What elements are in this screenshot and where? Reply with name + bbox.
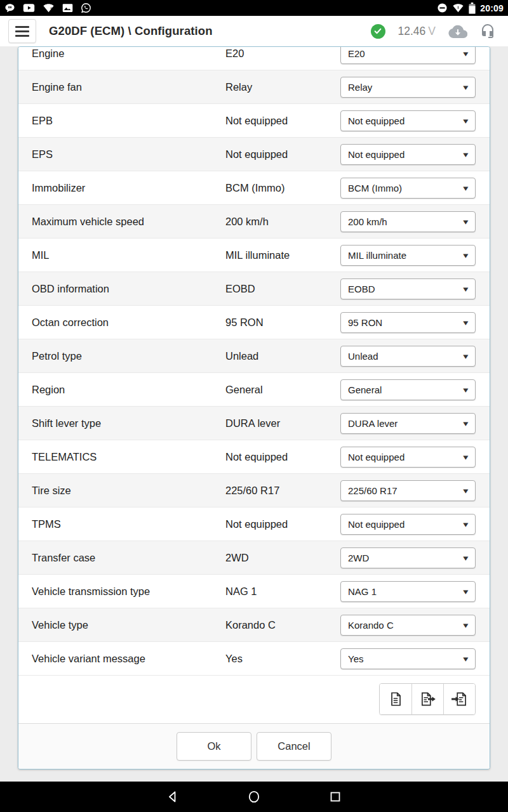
chevron-down-icon: ▾ [464,419,469,428]
dropdown-selected-value: 95 RON [348,317,464,328]
config-dropdown[interactable]: Not equipped ▾ [340,447,476,468]
config-dropdown[interactable]: Unlead ▾ [340,346,476,367]
import-file-icon[interactable] [443,684,475,714]
chevron-down-icon: ▾ [464,520,469,528]
config-dropdown[interactable]: NAG 1 ▾ [340,581,476,602]
config-value: 200 km/h [225,216,340,228]
chevron-down-icon: ▾ [464,117,469,125]
chevron-down-icon: ▾ [464,83,469,91]
config-row: EPS Not equipped Not equipped ▾ [18,138,490,171]
config-value: E20 [225,48,340,60]
chevron-down-icon: ▾ [464,587,469,596]
breadcrumb-title: G20DF (ECM) \ Configuration [49,24,213,38]
config-dropdown[interactable]: E20 ▾ [340,46,476,64]
config-row: MIL MIL illuminate MIL illuminate ▾ [18,239,490,272]
battery-icon [469,3,476,13]
dropdown-selected-value: Yes [348,653,464,664]
dropdown-selected-value: MIL illuminate [348,250,464,261]
config-label: Tire size [18,485,225,497]
recents-icon[interactable] [326,788,344,806]
screenshot-icon [62,3,73,13]
config-row: TPMS Not equipped Not equipped ▾ [18,508,490,541]
config-value: Unlead [225,350,340,362]
dropdown-selected-value: DURA lever [348,418,464,429]
chevron-down-icon: ▾ [464,49,469,58]
chevron-down-icon: ▾ [464,386,469,394]
back-icon[interactable] [164,788,182,806]
config-value: Not equipped [225,115,340,127]
config-label: Shift lever type [18,417,225,429]
config-dropdown[interactable]: 200 km/h ▾ [340,211,476,232]
chevron-down-icon: ▾ [464,285,469,293]
config-value: Yes [225,653,340,665]
dropdown-selected-value: NAG 1 [348,586,464,597]
wifi-icon [452,3,464,13]
headset-icon[interactable] [480,23,495,39]
config-label: Vehicle type [18,619,225,631]
cloud-download-icon[interactable] [448,24,467,38]
config-value: 2WD [225,552,340,564]
chevron-down-icon: ▾ [464,655,469,663]
dropdown-selected-value: 200 km/h [348,216,464,227]
config-label: EPS [18,148,225,160]
config-dropdown[interactable]: Yes ▾ [340,648,476,669]
config-label: Vehicle variant message [18,653,225,665]
config-value: MIL illuminate [225,249,340,261]
config-value: DURA lever [225,417,340,429]
ok-button[interactable]: Ok [177,732,251,761]
config-row: OBD information EOBD EOBD ▾ [18,272,490,306]
config-row: Engine fan Relay Relay ▾ [18,70,490,104]
config-dropdown[interactable]: General ▾ [340,379,476,400]
home-icon[interactable] [245,788,263,806]
config-dropdown[interactable]: Not equipped ▾ [340,514,476,535]
document-icon[interactable] [380,684,411,714]
config-dropdown[interactable]: 225/60 R17 ▾ [340,480,476,501]
dropdown-selected-value: 225/60 R17 [348,485,464,496]
config-label: TELEMATICS [18,451,225,463]
config-dropdown[interactable]: 2WD ▾ [340,547,476,568]
chevron-down-icon: ▾ [464,621,469,629]
config-dropdown[interactable]: Korando C ▾ [340,615,476,636]
config-row: Vehicle variant message Yes Yes ▾ [18,642,490,676]
config-dropdown[interactable]: Not equipped ▾ [340,110,476,131]
youtube-icon [23,3,35,13]
hamburger-menu-button[interactable] [8,19,36,43]
chevron-down-icon: ▾ [464,352,469,360]
clock: 20:09 [480,3,504,13]
config-label: MIL [18,249,225,261]
chat-notification-icon [4,3,15,13]
config-dropdown[interactable]: EOBD ▾ [340,278,476,299]
export-file-icon[interactable] [411,684,443,714]
config-row: TELEMATICS Not equipped Not equipped ▾ [18,440,490,474]
chevron-down-icon: ▾ [464,487,469,495]
config-value: General [225,384,340,396]
config-dropdown[interactable]: 95 RON ▾ [340,312,476,333]
dropdown-selected-value: EOBD [348,284,464,294]
config-value: Not equipped [225,148,340,160]
dropdown-selected-value: Not equipped [348,519,464,530]
config-row: Shift lever type DURA lever DURA lever ▾ [18,407,490,440]
chevron-down-icon: ▾ [464,554,469,562]
do-not-disturb-icon [437,3,448,13]
config-dropdown[interactable]: BCM (Immo) ▾ [340,178,476,199]
cancel-button[interactable]: Cancel [257,732,331,761]
config-label: Vehicle transmission type [18,586,225,598]
config-dropdown[interactable]: Not equipped ▾ [340,144,476,165]
chevron-down-icon: ▾ [464,318,469,327]
config-row: Region General General ▾ [18,373,490,407]
dialog-footer: Ok Cancel [18,724,490,769]
config-dropdown[interactable]: MIL illuminate ▾ [340,245,476,266]
svg-text:?: ? [50,7,53,12]
config-row: Transfer case 2WD 2WD ▾ [18,541,490,575]
config-dropdown[interactable]: DURA lever ▾ [340,413,476,434]
config-row: EPB Not equipped Not equipped ▾ [18,104,490,138]
file-action-bar [18,683,476,715]
chevron-down-icon: ▾ [464,150,469,159]
whatsapp-icon [81,3,91,13]
dropdown-selected-value: General [348,384,464,395]
dropdown-selected-value: BCM (Immo) [348,183,464,193]
config-row: Immobilizer BCM (Immo) BCM (Immo) ▾ [18,171,490,205]
config-label: Engine [18,48,225,60]
config-value: NAG 1 [225,586,340,598]
config-dropdown[interactable]: Relay ▾ [340,77,476,98]
